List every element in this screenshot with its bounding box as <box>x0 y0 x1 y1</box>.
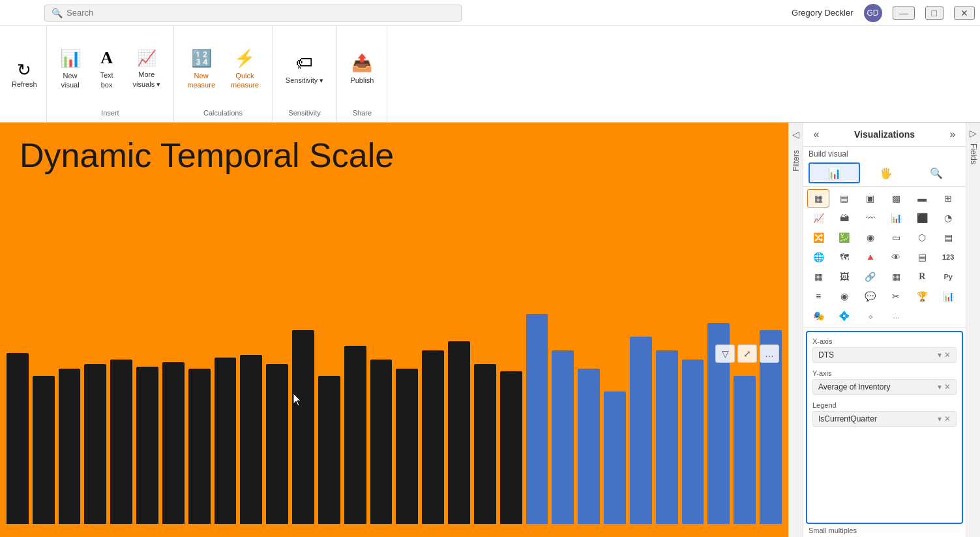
viz-icon-table[interactable]: ▬ <box>911 189 933 207</box>
viz-icon-decomp[interactable]: 👁 <box>885 248 907 266</box>
viz-tab-format[interactable]: 🖐 <box>861 162 910 183</box>
y-axis-value[interactable]: Average of Inventory ▾ ✕ <box>812 379 957 395</box>
filter-chart-button[interactable]: ▽ <box>715 345 735 363</box>
viz-icon-custom5[interactable]: 💠 <box>833 307 855 325</box>
chart-bar <box>33 376 55 525</box>
text-box-icon: A <box>100 48 113 68</box>
legend-close-icon[interactable]: ✕ <box>944 414 951 423</box>
viz-icon-line[interactable]: 📈 <box>807 209 829 227</box>
more-visuals-label: Morevisuals ▾ <box>133 70 161 89</box>
fields-collapse-icon[interactable]: ▷ <box>970 128 977 138</box>
ribbon-buttons-insert: 📊 Newvisual A Textbox 📈 Morevisuals ▾ <box>53 31 168 106</box>
viz-icon-ribbon[interactable]: 〰 <box>859 209 882 227</box>
viz-icon-qna[interactable]: ▤ <box>911 248 933 266</box>
viz-icon-more[interactable]: … <box>885 307 907 325</box>
new-visual-icon: 📊 <box>60 48 81 69</box>
viz-icon-table2[interactable]: ▦ <box>885 268 907 286</box>
viz-icon-r[interactable]: R <box>911 268 933 286</box>
user-name: Gregory Deckler <box>792 8 854 18</box>
viz-icon-bar[interactable]: ▦ <box>807 189 829 207</box>
viz-icon-py[interactable]: Py <box>937 268 959 286</box>
viz-type-tabs: 📊 🖐 🔍 <box>803 160 966 187</box>
refresh-icon: ↻ <box>17 60 31 80</box>
chart-bar <box>370 360 393 524</box>
search-box[interactable]: 🔍 <box>44 5 462 22</box>
ribbon-group-insert: 📊 Newvisual A Textbox 📈 Morevisuals ▾ In… <box>47 26 175 122</box>
viz-icon-funnel[interactable]: 🔀 <box>807 228 829 247</box>
viz-icon-combo[interactable]: 📊 <box>885 209 907 227</box>
viz-icon-image[interactable]: 🖼 <box>833 268 855 286</box>
viz-icon-filled-map[interactable]: 🗺 <box>833 248 855 266</box>
publish-button[interactable]: 📤 Publish <box>344 49 380 89</box>
viz-tab-analytics[interactable]: 🔍 <box>912 162 960 183</box>
chart-bar <box>215 358 237 525</box>
viz-icon-card[interactable]: ▭ <box>885 228 907 247</box>
viz-icon-waterfall[interactable]: 💹 <box>833 228 855 247</box>
more-options-button[interactable]: … <box>760 345 779 363</box>
viz-tab-chart[interactable]: 📊 <box>809 162 860 183</box>
x-axis-value[interactable]: DTS ▾ ✕ <box>812 347 957 363</box>
new-measure-button[interactable]: 🔢 Newmeasure <box>181 44 222 94</box>
viz-icon-map[interactable]: 🌐 <box>807 248 829 266</box>
small-multiples-label: Small multiples <box>803 527 966 537</box>
y-axis-dropdown-icon[interactable]: ▾ <box>938 382 942 391</box>
viz-icon-matrix[interactable]: ⊞ <box>937 189 959 207</box>
title-bar-right: Gregory Deckler GD — □ ✕ <box>792 4 975 22</box>
new-visual-button[interactable]: 📊 Newvisual <box>53 44 87 94</box>
viz-icon-custom2[interactable]: 💬 <box>859 287 882 305</box>
viz-icon-custom3[interactable]: ✂ <box>885 287 907 305</box>
y-axis-field-name: Average of Inventory <box>818 382 891 391</box>
minimize-button[interactable]: — <box>893 7 915 20</box>
viz-icon-custom4[interactable]: 🎭 <box>807 307 829 325</box>
y-axis-label: Y-axis <box>812 369 957 377</box>
viz-icon-bar3[interactable]: 📊 <box>937 287 959 305</box>
legend-value[interactable]: IsCurrentQuarter ▾ ✕ <box>812 411 957 427</box>
viz-icon-bar2[interactable]: ▩ <box>885 189 907 207</box>
viz-icon-shape-map[interactable]: 🔺 <box>859 248 882 266</box>
title-bar: 🔍 Gregory Deckler GD — □ ✕ <box>0 0 980 26</box>
viz-collapse-left-button[interactable]: « <box>809 127 824 142</box>
filters-collapse-icon[interactable]: ◁ <box>792 129 799 140</box>
viz-icon-key[interactable]: ≡ <box>807 287 829 305</box>
viz-panel-header: « Visualizations » <box>803 123 966 147</box>
more-visuals-button[interactable]: 📈 Morevisuals ▾ <box>126 45 168 93</box>
viz-icon-123[interactable]: 123 <box>937 248 959 266</box>
chart-bar <box>734 376 756 525</box>
fields-panel[interactable]: ▷ Fields <box>966 123 980 537</box>
viz-icon-custom6[interactable]: ⬦ <box>859 307 882 325</box>
close-button[interactable]: ✕ <box>954 7 975 20</box>
legend-dropdown-icon[interactable]: ▾ <box>938 414 942 423</box>
quick-measure-icon: ⚡ <box>234 48 255 69</box>
search-icon: 🔍 <box>52 8 63 18</box>
viz-icon-pie[interactable]: ◔ <box>937 209 959 227</box>
quick-measure-button[interactable]: ⚡ Quickmeasure <box>224 44 265 94</box>
more-visuals-icon: 📈 <box>137 49 156 67</box>
visualizations-panel: « Visualizations » Build visual 📊 🖐 🔍 ▦ … <box>803 123 966 537</box>
sensitivity-button[interactable]: 🏷 Sensitivity ▾ <box>279 49 331 89</box>
viz-icon-trophy[interactable]: 🏆 <box>911 287 933 305</box>
viz-icon-custom1[interactable]: ◉ <box>833 287 855 305</box>
canvas-area[interactable]: Dynamic Temporal Scale ▽ ⤢ … <box>0 123 788 537</box>
viz-icon-gauge[interactable]: ◉ <box>859 228 882 247</box>
viz-icon-paginated[interactable]: 🔗 <box>859 268 882 286</box>
text-box-button[interactable]: A Textbox <box>90 44 124 93</box>
viz-icon-col[interactable]: ▤ <box>833 189 855 207</box>
viz-icon-area[interactable]: 🏔 <box>833 209 855 227</box>
viz-icon-slicer[interactable]: ▤ <box>937 228 959 247</box>
focus-mode-button[interactable]: ⤢ <box>737 345 757 363</box>
x-axis-dropdown-icon[interactable]: ▾ <box>938 350 942 360</box>
viz-icon-smart[interactable]: ▦ <box>807 268 829 286</box>
maximize-button[interactable]: □ <box>925 7 943 20</box>
ribbon: ↻ Refresh 📊 Newvisual A Textbox 📈 Morevi… <box>0 26 980 123</box>
viz-icon-scatter[interactable]: ⬛ <box>911 209 933 227</box>
viz-icon-100[interactable]: ▣ <box>859 189 882 207</box>
chart-bar <box>630 337 652 524</box>
x-axis-close-icon[interactable]: ✕ <box>944 350 951 360</box>
refresh-button[interactable]: ↻ Refresh <box>3 26 47 122</box>
viz-collapse-right-button[interactable]: » <box>945 127 960 142</box>
filters-panel[interactable]: ◁ Filters <box>788 123 803 537</box>
y-axis-close-icon[interactable]: ✕ <box>944 382 951 391</box>
search-input[interactable] <box>67 8 454 18</box>
viz-icon-kpi[interactable]: ⬡ <box>911 228 933 247</box>
chart-bar <box>110 360 132 524</box>
